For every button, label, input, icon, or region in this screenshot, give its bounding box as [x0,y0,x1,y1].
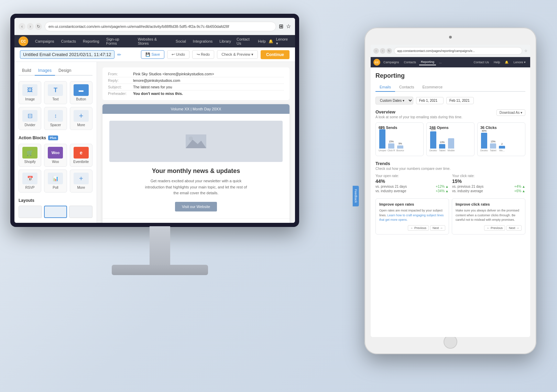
tablet-nav-more[interactable]: ... [437,59,444,65]
tab-contacts[interactable]: Contacts [395,83,418,92]
improve-click-prev[interactable]: ← Previous [484,225,505,231]
tab-images[interactable]: Images [35,66,55,76]
tab-design[interactable]: Design [55,66,75,76]
tablet-nav-campaigns[interactable]: Campaigns [382,59,401,65]
layout-item-3[interactable] [69,206,92,218]
help-link[interactable]: Help [258,39,266,43]
block-image[interactable]: 🖼 Image [19,81,41,104]
nav-integrations[interactable]: Integrations [190,38,215,45]
action-poll[interactable]: 📊 Poll [44,170,67,193]
save-button[interactable]: 💾 Save [141,50,164,59]
text-block-label: Text [52,97,58,101]
sends-card: 621 Sends 56% Unopened Rate 15% Click Ra… [375,122,424,156]
monitor-screen: ‹ › ↻ em-ui.constantcontact.com/em-ui/em… [14,18,295,223]
tablet-home-button[interactable] [444,335,457,349]
layout-item-2[interactable] [44,206,67,218]
monitor-stand-neck [150,226,170,268]
date-from-input[interactable] [416,97,444,104]
tablet-camera [449,36,452,39]
tablet-address-bar[interactable]: app.constantcontact.com/pages/reporting/… [394,47,522,55]
forward-button[interactable]: › [27,23,34,30]
click-rate-trend: Your click rate: 15% vs. previous 21 day… [452,174,525,194]
redo-button[interactable]: ↪ Redo [192,50,214,59]
click-rate-label: Your click rate: [452,174,525,178]
continue-button[interactable]: Continue [261,50,290,59]
refresh-button[interactable]: ↻ [35,23,42,30]
nav-contacts[interactable]: Contacts [58,38,79,45]
nav-library[interactable]: Library [217,38,234,45]
email-preview: Volume XX | Month Day 20XX Your monthly … [102,104,290,223]
nav-campaigns[interactable]: Campaigns [32,38,57,45]
bar-tablet-opens: 13% Tablet [438,141,446,152]
tablet-user-menu[interactable]: Lenore ▾ [512,59,527,65]
layout-item-1[interactable] [19,206,42,218]
block-text[interactable]: T Text [44,81,67,104]
button-block-label: Button [76,97,86,101]
tab-build[interactable]: Build [19,66,35,76]
app-nav: CC Campaigns Contacts Reporting Sign-up … [14,35,295,47]
block-divider[interactable]: ⊟ Divider [19,107,41,130]
block-spacer[interactable]: ↕ Spacer [44,107,67,130]
bar-tablet-clicks-fill [490,143,496,149]
action-woo[interactable]: Woo Woo [44,144,67,167]
improve-open-next[interactable]: Next → [430,225,445,231]
url-text: em-ui.constantcontact.com/em-ui/em/page/… [48,24,229,29]
back-button[interactable]: ‹ [19,23,25,30]
improve-open-link[interactable]: Learn how to craft engaging subject line… [379,214,444,222]
edit-title-icon[interactable]: ✏ [117,52,121,57]
poll-icon: 📊 [48,173,63,184]
bar-tablet-clicks: 15% Tablet [489,140,497,152]
download-button[interactable]: Download As ▾ [496,109,525,116]
user-menu[interactable]: Lenore ▾ [276,37,291,46]
tablet-nav-contacts[interactable]: Contacts [402,59,418,65]
trends-subtitle: Check out how your numbers compare over … [375,167,525,171]
tablet-nav-help[interactable]: Help [492,59,502,65]
date-to-input[interactable] [446,97,474,104]
nav-reporting[interactable]: Reporting [80,38,102,45]
improve-click-title: Improve click rates [456,202,522,206]
eventbrite-icon: e [74,147,89,159]
tablet-app-nav: CC Campaigns Contacts Reporting ... Cont… [371,57,530,67]
bar-desktop-opens: 50% Desktop [429,128,437,152]
bar-mobile-clicks-fill [499,146,505,149]
tab-ecommerce[interactable]: Ecommerce [418,83,447,92]
undo-button[interactable]: ↩ Undo [167,50,189,59]
action-eventbrite[interactable]: e Eventbrite [70,144,92,167]
layouts-grid [19,206,92,218]
tablet-back-btn[interactable]: ‹ [373,48,379,54]
tablet-nav-contact-us[interactable]: Contact Us [472,59,491,65]
block-more[interactable]: + More [70,107,92,130]
tablet-forward-btn[interactable]: › [380,48,385,54]
nav-social[interactable]: Social [173,38,189,45]
tablet-tabs: Emails Contacts Ecommerce [375,83,525,92]
action-shopify[interactable]: 🛒 Shopify [19,144,41,167]
contact-us-link[interactable]: Contact Us [237,37,255,45]
meta-from-row: From: Pink Sky Studios <lenore@pinkskyst… [108,71,284,77]
nav-websites[interactable]: Websites & Stores [135,36,172,47]
nav-signup-forms[interactable]: Sign-up Forms [103,36,134,47]
opens-chart: 50% Desktop 13% Tablet [429,132,471,153]
improve-open-prev[interactable]: ← Previous [408,225,429,231]
block-button[interactable]: ▬ Button [70,81,92,104]
preview-button[interactable]: Check & Preview ▾ [217,50,258,59]
tab-emails[interactable]: Emails [375,83,395,92]
bar-desktop-clicks: 46% Desktop [480,130,488,152]
action-more[interactable]: + More [70,170,92,193]
email-header-bar: Volume XX | Month Day 20XX [102,104,290,114]
browser-actions: ⊞ ☆ [279,23,291,30]
bar-mobile-opens: Mobile [447,138,455,152]
monitor-stand-base [112,265,208,275]
tablet-nav-buttons: ‹ › ↻ [373,48,392,54]
action-rsvp[interactable]: 📅 RSVP [19,170,41,193]
woo-label: Woo [52,160,59,164]
bar-mobile-clicks: 2 Mo... [498,143,506,152]
bar-mobile-opens-fill [448,138,454,149]
tablet-nav-reporting[interactable]: Reporting [419,59,436,65]
tablet-refresh-btn[interactable]: ↻ [386,48,392,54]
visit-button[interactable]: Visit our Website [175,202,217,211]
date-range-select[interactable]: Custom Dates ▾ [375,97,413,105]
address-bar[interactable]: em-ui.constantcontact.com/em-ui/em/page/… [45,22,276,31]
improve-click-next[interactable]: Next → [506,225,522,231]
from-label: From: [108,72,130,76]
button-block-icon: ▬ [74,84,89,96]
